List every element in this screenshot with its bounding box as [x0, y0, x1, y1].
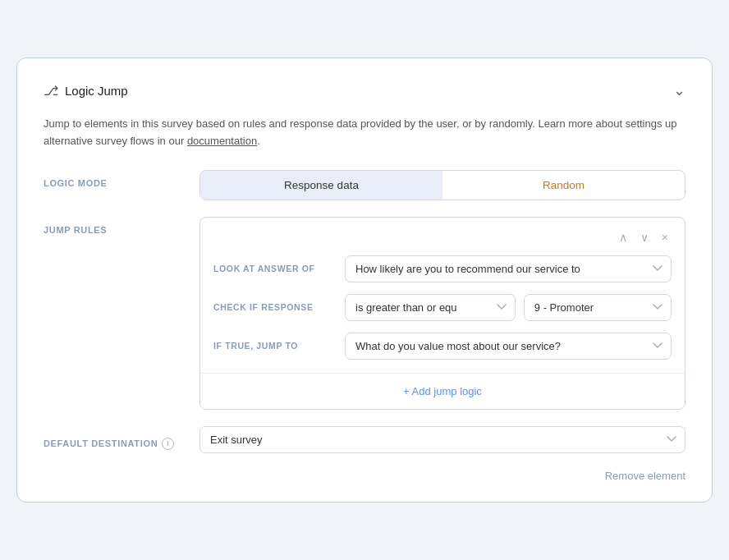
if-true-selects: What do you value most about our service…	[345, 333, 672, 360]
card-title: Logic Jump	[65, 84, 128, 98]
default-destination-row: DEFAULT DESTINATION i Exit survey Beginn…	[44, 426, 685, 453]
card-footer: Remove element	[44, 470, 685, 482]
check-if-label: CHECK IF RESPONSE	[213, 302, 345, 312]
toggle-response-data[interactable]: Response data	[200, 171, 442, 200]
jump-rules-content: ∧ ∨ × LOOK AT ANSWER OF How likely are y…	[199, 217, 685, 410]
jump-to-select[interactable]: What do you value most about our service…	[345, 333, 672, 360]
default-destination-select[interactable]: Exit survey Beginning End	[199, 426, 685, 453]
look-at-selects: How likely are you to recommend our serv…	[345, 255, 672, 282]
look-at-row: LOOK AT ANSWER OF How likely are you to …	[213, 255, 672, 282]
header-title-group: ⎇ Logic Jump	[44, 83, 128, 99]
logic-jump-icon: ⎇	[44, 83, 58, 99]
card-header: ⎇ Logic Jump ⌄	[44, 81, 685, 99]
look-at-label: LOOK AT ANSWER OF	[213, 264, 345, 273]
check-if-selects: is greater than or equ 9 - Promoter	[345, 294, 672, 321]
check-if-value-select[interactable]: 9 - Promoter	[524, 294, 672, 321]
jump-rules-label: JUMP RULES	[44, 217, 199, 235]
description-text: Jump to elements in this survey based on…	[44, 116, 685, 150]
move-up-button[interactable]: ∧	[616, 229, 630, 246]
check-if-condition-select[interactable]: is greater than or equ	[345, 294, 516, 321]
look-at-select[interactable]: How likely are you to recommend our serv…	[345, 255, 672, 282]
move-down-button[interactable]: ∨	[637, 229, 652, 246]
rule-controls: ∧ ∨ ×	[213, 229, 672, 246]
documentation-link[interactable]: documentation	[187, 135, 257, 147]
toggle-random[interactable]: Random	[442, 171, 685, 200]
if-true-row: IF TRUE, JUMP TO What do you value most …	[213, 333, 672, 360]
remove-element-button[interactable]: Remove element	[605, 470, 685, 482]
add-jump-logic-button[interactable]: + Add jump logic	[403, 385, 482, 397]
default-destination-label: DEFAULT DESTINATION i	[44, 429, 199, 450]
jump-rules-row: JUMP RULES ∧ ∨ × LOOK AT ANSWER OF	[44, 217, 685, 410]
logic-mode-row: LOGIC MODE Response data Random	[44, 170, 685, 200]
jump-rules-box: ∧ ∨ × LOOK AT ANSWER OF How likely are y…	[199, 217, 685, 410]
info-icon[interactable]: i	[162, 438, 174, 450]
collapse-icon[interactable]: ⌄	[673, 81, 685, 99]
logic-mode-label: LOGIC MODE	[44, 170, 199, 188]
logic-jump-card: ⎇ Logic Jump ⌄ Jump to elements in this …	[16, 57, 713, 503]
if-true-label: IF TRUE, JUMP TO	[213, 341, 345, 351]
add-logic-row: + Add jump logic	[200, 374, 685, 409]
check-if-row: CHECK IF RESPONSE is greater than or equ…	[213, 294, 672, 321]
jump-rule-item: ∧ ∨ × LOOK AT ANSWER OF How likely are y…	[200, 218, 685, 374]
default-destination-content: Exit survey Beginning End	[199, 426, 685, 453]
default-dest-label-group: DEFAULT DESTINATION i	[44, 438, 199, 450]
delete-rule-button[interactable]: ×	[658, 229, 672, 246]
toggle-group: Response data Random	[199, 170, 685, 200]
logic-mode-toggle: Response data Random	[199, 170, 685, 200]
